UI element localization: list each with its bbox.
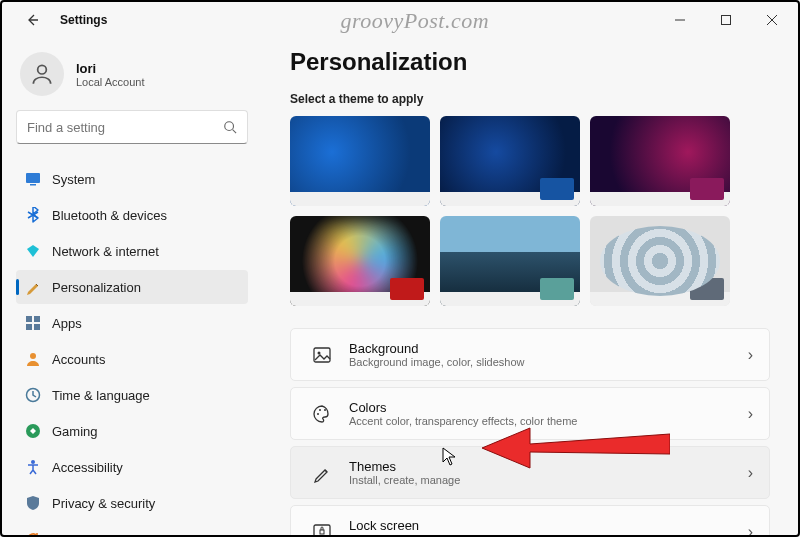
chevron-right-icon: ›	[748, 464, 753, 482]
sidebar-item-label: Time & language	[52, 388, 150, 403]
row-title: Themes	[349, 459, 748, 474]
theme-grid	[290, 116, 770, 306]
sidebar-item-label: Personalization	[52, 280, 141, 295]
update-icon	[24, 530, 42, 535]
shield-icon	[24, 494, 42, 512]
sidebar-item-privacy[interactable]: Privacy & security	[16, 486, 248, 520]
user-name: lori	[76, 61, 145, 76]
theme-section-label: Select a theme to apply	[290, 92, 770, 106]
user-info[interactable]: lori Local Account	[16, 48, 248, 110]
gaming-icon	[24, 422, 42, 440]
sidebar-item-time[interactable]: Time & language	[16, 378, 248, 412]
svg-rect-13	[314, 348, 330, 362]
chevron-right-icon: ›	[748, 405, 753, 423]
row-background[interactable]: Background Background image, color, slid…	[290, 328, 770, 381]
svg-point-14	[318, 351, 321, 354]
palette-icon	[307, 404, 337, 424]
content: lori Local Account System Bluetooth & de…	[2, 38, 798, 535]
search-box[interactable]	[16, 110, 248, 144]
row-title: Colors	[349, 400, 748, 415]
sidebar-item-bluetooth[interactable]: Bluetooth & devices	[16, 198, 248, 232]
sidebar-item-label: Apps	[52, 316, 82, 331]
row-colors[interactable]: Colors Accent color, transparency effect…	[290, 387, 770, 440]
sidebar-item-accessibility[interactable]: Accessibility	[16, 450, 248, 484]
sidebar-item-personalization[interactable]: Personalization	[16, 270, 248, 304]
system-icon	[24, 170, 42, 188]
chevron-right-icon: ›	[748, 346, 753, 364]
close-icon	[767, 15, 777, 25]
settings-list: Background Background image, color, slid…	[290, 328, 770, 535]
arrow-left-icon	[24, 12, 40, 28]
network-icon	[24, 242, 42, 260]
personalization-icon	[24, 278, 42, 296]
svg-rect-5	[26, 316, 32, 322]
page-title: Personalization	[290, 48, 770, 76]
app-title: Settings	[60, 13, 107, 27]
avatar	[20, 52, 64, 96]
sidebar-item-label: Accounts	[52, 352, 105, 367]
svg-rect-6	[34, 316, 40, 322]
titlebar: Settings	[2, 2, 798, 38]
theme-option-4[interactable]	[290, 216, 430, 306]
svg-point-2	[225, 122, 234, 131]
theme-option-3[interactable]	[590, 116, 730, 206]
svg-point-9	[30, 353, 36, 359]
chevron-right-icon: ›	[748, 523, 753, 536]
row-title: Lock screen	[349, 518, 748, 533]
clock-icon	[24, 386, 42, 404]
main-panel: Personalization Select a theme to apply …	[262, 38, 798, 535]
sidebar-item-gaming[interactable]: Gaming	[16, 414, 248, 448]
sidebar-item-system[interactable]: System	[16, 162, 248, 196]
svg-rect-3	[26, 173, 40, 183]
svg-rect-0	[722, 16, 731, 25]
svg-point-1	[38, 65, 47, 74]
row-lockscreen[interactable]: Lock screen Lock screen images, apps, an…	[290, 505, 770, 535]
sidebar-item-network[interactable]: Network & internet	[16, 234, 248, 268]
maximize-icon	[721, 15, 731, 25]
search-icon	[223, 120, 237, 134]
row-desc: Background image, color, slideshow	[349, 356, 748, 368]
theme-option-1[interactable]	[290, 116, 430, 206]
window-controls	[658, 4, 794, 36]
search-input[interactable]	[27, 120, 223, 135]
sidebar-item-apps[interactable]: Apps	[16, 306, 248, 340]
theme-option-5[interactable]	[440, 216, 580, 306]
svg-point-16	[319, 409, 321, 411]
bluetooth-icon	[24, 206, 42, 224]
accounts-icon	[24, 350, 42, 368]
sidebar-item-label: Windows Update	[52, 532, 150, 536]
sidebar-item-label: Network & internet	[52, 244, 159, 259]
sidebar-item-accounts[interactable]: Accounts	[16, 342, 248, 376]
svg-rect-8	[34, 324, 40, 330]
row-title: Background	[349, 341, 748, 356]
image-icon	[307, 345, 337, 365]
svg-rect-4	[30, 184, 36, 186]
theme-option-6[interactable]	[590, 216, 730, 306]
sidebar-item-label: Privacy & security	[52, 496, 155, 511]
sidebar-item-update[interactable]: Windows Update	[16, 522, 248, 535]
lockscreen-icon	[307, 522, 337, 536]
sidebar-item-label: Bluetooth & devices	[52, 208, 167, 223]
sidebar: lori Local Account System Bluetooth & de…	[2, 38, 262, 535]
maximize-button[interactable]	[704, 4, 748, 36]
minimize-icon	[675, 15, 685, 25]
apps-icon	[24, 314, 42, 332]
brush-icon	[307, 463, 337, 483]
settings-window: Settings groovyPost.com lori Local Accou…	[0, 0, 800, 537]
sidebar-item-label: Accessibility	[52, 460, 123, 475]
minimize-button[interactable]	[658, 4, 702, 36]
sidebar-item-label: Gaming	[52, 424, 98, 439]
theme-option-2[interactable]	[440, 116, 580, 206]
svg-point-17	[324, 409, 326, 411]
svg-point-12	[31, 460, 35, 464]
svg-point-15	[317, 413, 319, 415]
accessibility-icon	[24, 458, 42, 476]
close-button[interactable]	[750, 4, 794, 36]
svg-rect-19	[320, 530, 324, 534]
back-button[interactable]	[16, 4, 48, 36]
row-desc: Accent color, transparency effects, colo…	[349, 415, 748, 427]
row-themes[interactable]: Themes Install, create, manage ›	[290, 446, 770, 499]
user-type: Local Account	[76, 76, 145, 88]
person-icon	[29, 61, 55, 87]
row-desc: Lock screen images, apps, animations	[349, 533, 748, 535]
